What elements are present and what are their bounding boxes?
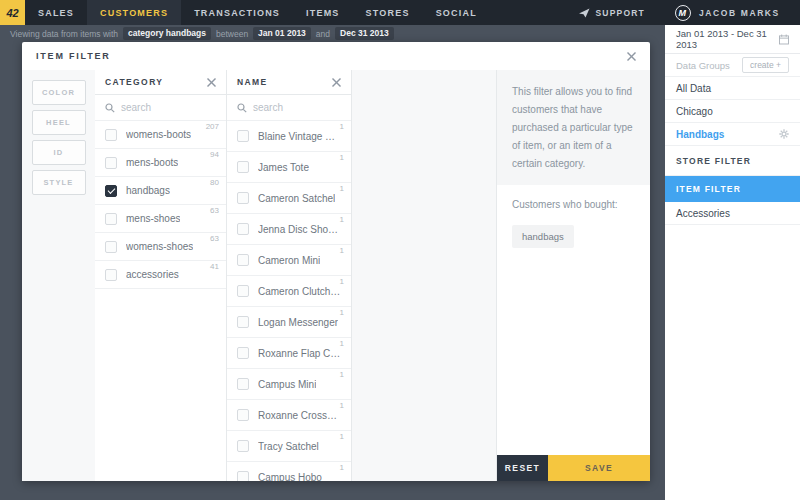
category-item[interactable]: womens-boots 207 — [95, 121, 226, 149]
category-item[interactable]: mens-shoes 63 — [95, 205, 226, 233]
sidebar-item[interactable]: ITEM FILTER — [665, 176, 800, 202]
name-item[interactable]: Blaine Vintage Back Pack 1 — [227, 121, 351, 152]
nav-tab[interactable]: SALES — [25, 0, 87, 25]
clear-name-icon[interactable] — [332, 78, 341, 87]
name-item[interactable]: Cameron Mini 1 — [227, 245, 351, 276]
facet-button[interactable]: HEEL — [32, 110, 86, 135]
navbar-right: SUPPORT M JACOB MARKS — [559, 0, 800, 25]
app-logo[interactable]: 42 — [0, 0, 25, 25]
sidebar-item[interactable]: Handbags — [665, 123, 800, 146]
sidebar-item-label: Accessories — [676, 208, 730, 219]
checkbox[interactable] — [237, 161, 249, 173]
user-name: JACOB MARKS — [699, 8, 780, 18]
create-group-button[interactable]: create + — [742, 57, 789, 73]
name-item-count: 1 — [340, 308, 344, 317]
name-item[interactable]: Campus Mini 1 — [227, 369, 351, 400]
name-item[interactable]: Cameron Satchel 1 — [227, 183, 351, 214]
name-item-count: 1 — [340, 370, 344, 379]
checkbox[interactable] — [105, 241, 117, 253]
checkbox[interactable] — [105, 269, 117, 281]
name-search-input[interactable] — [253, 102, 341, 113]
category-item-label: accessories — [126, 269, 179, 280]
name-item[interactable]: Campus Hobo 1 — [227, 462, 351, 481]
nav-tab-label: SALES — [38, 8, 74, 18]
reset-button[interactable]: RESET — [497, 455, 548, 481]
checkbox[interactable] — [237, 471, 249, 481]
sidebar-item[interactable]: Accessories — [665, 202, 800, 225]
category-item-count: 63 — [210, 234, 219, 243]
category-item[interactable]: handbags 80 — [95, 177, 226, 205]
name-list: Blaine Vintage Back Pack 1 James Tote 1 … — [227, 121, 351, 481]
nav-tab[interactable]: TRANSACTIONS — [181, 0, 293, 25]
checkbox[interactable] — [105, 157, 117, 169]
category-item[interactable]: mens-boots 94 — [95, 149, 226, 177]
nav-tab[interactable]: ITEMS — [293, 0, 353, 25]
sidebar-item-label: Handbags — [676, 129, 724, 140]
data-groups-label: Data Groups — [676, 60, 730, 71]
breadcrumb-and: and — [316, 29, 330, 39]
category-list: womens-boots 207 mens-boots 94 handbags … — [95, 121, 226, 289]
checkbox[interactable] — [105, 129, 117, 141]
name-item[interactable]: Jenna Disc Shoulder 1 — [227, 214, 351, 245]
category-filter-chip[interactable]: category handbags — [123, 27, 211, 40]
date-range-selector[interactable]: Jan 01 2013 - Dec 31 2013 — [665, 25, 800, 54]
checkbox[interactable] — [237, 440, 249, 452]
facet-button[interactable]: COLOR — [32, 80, 86, 105]
name-item-label: Roxanne Flap Crossbody — [258, 348, 341, 359]
nav-tab[interactable]: CUSTOMERS — [87, 0, 181, 25]
selected-tag[interactable]: handbags — [512, 225, 574, 248]
name-item[interactable]: Roxanne Flap Crossbody 1 — [227, 338, 351, 369]
checkbox[interactable] — [237, 316, 249, 328]
save-button[interactable]: SAVE — [548, 455, 650, 481]
name-item-label: Roxanne Crossbody — [258, 410, 341, 421]
checkbox[interactable] — [237, 378, 249, 390]
checkbox[interactable] — [105, 185, 117, 197]
modal-header: ITEM FILTER — [22, 42, 650, 70]
checkbox[interactable] — [237, 347, 249, 359]
clear-category-icon[interactable] — [207, 78, 216, 87]
gear-icon[interactable] — [779, 129, 789, 139]
facet-button-label: ID — [54, 148, 64, 157]
checkbox[interactable] — [237, 409, 249, 421]
name-item-count: 1 — [340, 246, 344, 255]
end-date-chip[interactable]: Dec 31 2013 — [335, 27, 394, 40]
empty-columns-area — [352, 70, 497, 481]
name-item-label: Logan Messenger — [258, 317, 338, 328]
sidebar-item[interactable]: STORE FILTER — [665, 146, 800, 176]
name-item[interactable]: Tracy Satchel 1 — [227, 431, 351, 462]
facet-button-label: HEEL — [46, 118, 71, 127]
close-icon[interactable] — [627, 52, 636, 61]
checkbox[interactable] — [237, 192, 249, 204]
checkbox[interactable] — [237, 130, 249, 142]
checkbox[interactable] — [237, 285, 249, 297]
name-item[interactable]: Roxanne Crossbody 1 — [227, 400, 351, 431]
nav-tab[interactable]: STORES — [353, 0, 423, 25]
category-item[interactable]: accessories 41 — [95, 261, 226, 289]
category-header-label: CATEGORY — [105, 77, 163, 87]
name-column: NAME — [227, 70, 352, 481]
category-item[interactable]: womens-shoes 63 — [95, 233, 226, 261]
support-link[interactable]: SUPPORT — [559, 8, 666, 18]
name-item[interactable]: James Tote 1 — [227, 152, 351, 183]
name-item[interactable]: Cameron Clutch Crossbody 1 — [227, 276, 351, 307]
modal-footer: RESET SAVE — [497, 455, 650, 481]
nav-tab[interactable]: SOCIAL — [423, 0, 490, 25]
user-menu[interactable]: M JACOB MARKS — [665, 5, 800, 21]
facet-button[interactable]: STYLE — [32, 170, 86, 195]
checkbox[interactable] — [105, 213, 117, 225]
start-date-chip[interactable]: Jan 01 2013 — [253, 27, 311, 40]
name-item-count: 1 — [340, 184, 344, 193]
checkbox[interactable] — [237, 254, 249, 266]
name-item-label: Cameron Mini — [258, 255, 320, 266]
category-search-input[interactable] — [121, 102, 216, 113]
checkbox[interactable] — [237, 223, 249, 235]
category-item-count: 41 — [210, 262, 219, 271]
name-item[interactable]: Logan Messenger 1 — [227, 307, 351, 338]
calendar-icon — [779, 34, 789, 45]
name-item-label: Campus Mini — [258, 379, 316, 390]
facet-button[interactable]: ID — [32, 140, 86, 165]
sidebar-item[interactable]: All Data — [665, 77, 800, 100]
name-item-count: 1 — [340, 401, 344, 410]
sidebar-item[interactable]: Chicago — [665, 100, 800, 123]
category-column-header: CATEGORY — [95, 70, 226, 95]
